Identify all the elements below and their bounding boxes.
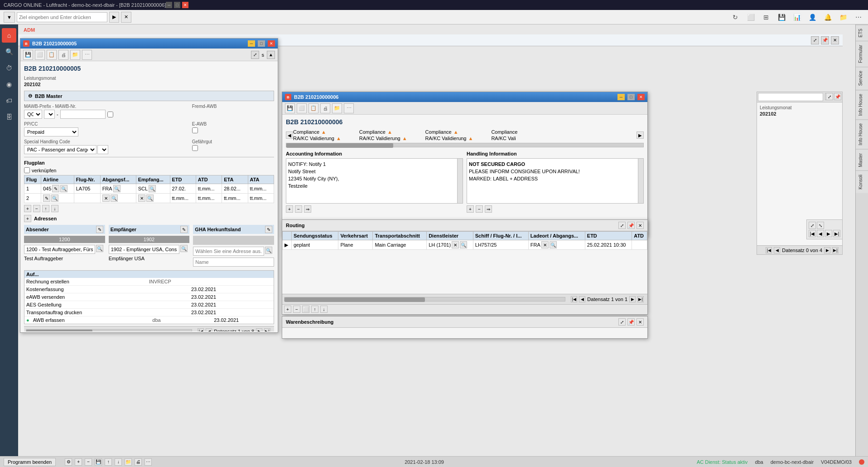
right-tab-info-house[interactable]: Info House [856, 90, 868, 119]
dropdown-toggle[interactable]: ▼ [4, 12, 15, 23]
routing-up-btn[interactable]: ↑ [311, 306, 318, 313]
status-add-btn[interactable]: + [75, 458, 82, 466]
sidebar-dot-icon[interactable]: ◉ [2, 77, 16, 92]
sidebar-clock-icon[interactable]: ⏱ [2, 61, 16, 75]
waren-close[interactable]: ✕ [637, 318, 644, 326]
flight-1-empfang-search[interactable]: 🔍 [149, 185, 156, 192]
flight-1-abgang-search[interactable]: 🔍 [113, 185, 121, 192]
sidebar-home-icon[interactable]: ⌂ [2, 28, 16, 43]
win2-tb-2[interactable]: ⬜ [297, 103, 307, 113]
routing-pin[interactable]: 📌 [627, 222, 635, 229]
nav-go-btn[interactable]: ▶ [109, 12, 119, 23]
adressen-add-btn[interactable]: + [24, 215, 31, 222]
save-icon[interactable]: 💾 [776, 11, 787, 23]
flight-2-abgang-search[interactable]: 🔍 [111, 195, 118, 202]
win1-expand[interactable]: ⤢ [251, 51, 259, 59]
routing-add-btn[interactable]: + [284, 306, 291, 313]
win2-tb-3[interactable]: 📋 [309, 103, 318, 113]
user-icon[interactable]: 👤 [806, 11, 818, 23]
acc-remove-btn[interactable]: − [295, 205, 302, 213]
accounting-textarea[interactable]: NOTIFY: Notify 1 Notify Street 12345 Not… [286, 158, 463, 204]
nav-last-btn[interactable]: ▶| [833, 230, 840, 237]
nav-input[interactable] [17, 12, 107, 22]
shc-extra-select[interactable] [97, 145, 108, 154]
absender-search-input[interactable] [24, 245, 95, 254]
win1-tb-save[interactable]: 💾 [23, 50, 33, 60]
nav-first-btn[interactable]: |◀ [809, 230, 816, 237]
nav-prev-btn[interactable]: ◀ [817, 230, 824, 237]
flight-remove-btn[interactable]: − [33, 205, 40, 212]
status-more-btn[interactable]: ⋯ [145, 458, 152, 466]
win1-maximize[interactable]: □ [258, 40, 265, 47]
status-settings-btn[interactable]: ⚙ [65, 458, 72, 466]
routing-expand[interactable]: ⤢ [618, 222, 626, 229]
flight-up-btn[interactable]: ↑ [42, 205, 49, 212]
close-panel-btn[interactable]: ✕ [831, 36, 839, 44]
win2-tb-1[interactable]: 💾 [285, 103, 295, 113]
status-print-btn[interactable]: 🖨 [135, 458, 142, 466]
sidebar-search-icon[interactable]: 🔍 [2, 44, 16, 59]
flight-add-btn[interactable]: + [24, 205, 31, 212]
ppcc-select[interactable]: Prepaid [24, 127, 78, 136]
routing-ladeort-clr[interactable]: ✕ [541, 241, 549, 248]
flight-2-empfang-search[interactable]: 🔍 [146, 195, 154, 202]
win1-tb-copy[interactable]: ⬜ [35, 50, 45, 60]
right-tab-master[interactable]: Master [856, 149, 868, 171]
routing-copy-btn[interactable]: ⬜ [302, 306, 309, 313]
verknuepfen-checkbox[interactable] [24, 167, 30, 173]
routing-pg-next[interactable]: ▶ [629, 296, 636, 302]
empfaenger-edit-btn[interactable]: ✎ [180, 226, 188, 233]
right-tab-info-house2[interactable]: Info House [856, 119, 868, 149]
acc-import-btn[interactable]: ⇒ [304, 205, 311, 213]
waren-expand[interactable]: ⤢ [618, 318, 626, 326]
win1-tb-print[interactable]: 🖨 [58, 50, 68, 60]
compliance-scroll-left[interactable]: ◀ [286, 131, 293, 139]
routing-dienst-search[interactable]: 🔍 [460, 241, 467, 248]
routing-pg-last[interactable]: ▶| [637, 296, 644, 302]
folder-icon[interactable]: 📁 [837, 11, 849, 23]
flight-down-btn[interactable]: ↓ [51, 205, 58, 212]
win2-close[interactable]: ✕ [637, 94, 645, 100]
routing-pg-prev[interactable]: ◀ [579, 296, 585, 302]
flight-1-edit[interactable]: ✎ [52, 185, 59, 192]
flight-2-abgang-clr[interactable]: ✕ [102, 195, 110, 202]
status-save-btn[interactable]: 💾 [95, 458, 102, 466]
nav-expand-btn[interactable]: ⤢ [809, 222, 816, 229]
win1-close[interactable]: ✕ [268, 40, 275, 47]
routing-hscroll[interactable] [284, 297, 565, 302]
right-pg-next[interactable]: ▶ [824, 247, 830, 253]
right-pg-first[interactable]: |◀ [766, 247, 772, 253]
routing-close[interactable]: ✕ [637, 222, 644, 229]
nav-expand2-btn[interactable]: ⤡ [817, 222, 824, 229]
win2-maximize[interactable]: □ [627, 94, 635, 100]
right-tab-konsoli[interactable]: Konsoli [856, 170, 868, 193]
gha-name-input[interactable] [193, 258, 274, 267]
flight-2-edit[interactable]: ✎ [43, 195, 50, 202]
restore-btn[interactable]: □ [174, 2, 180, 8]
right-pin-btn[interactable]: 📌 [834, 93, 841, 100]
nav-next-btn[interactable]: ▶ [825, 230, 832, 237]
flight-1-search[interactable]: 🔍 [60, 185, 68, 192]
close-btn[interactable]: ✕ [182, 2, 188, 8]
hand-remove-btn[interactable]: − [476, 205, 483, 213]
copy-icon[interactable]: ⬜ [745, 11, 757, 23]
mawb-type-select[interactable]: ✓ [44, 110, 55, 119]
right-pg-last[interactable]: ▶| [832, 247, 839, 253]
win1-up[interactable]: ▲ [267, 51, 275, 59]
chart-icon[interactable]: 📊 [791, 11, 803, 23]
bell-icon[interactable]: 🔔 [822, 11, 834, 23]
win2-tb-4[interactable]: 🖨 [320, 103, 330, 113]
gha-search-input[interactable] [193, 247, 264, 256]
pg-next[interactable]: ▶ [256, 328, 262, 331]
absender-edit-btn[interactable]: ✎ [96, 226, 103, 233]
shc-select[interactable]: PAC - Passenger and Cargo [24, 145, 96, 154]
right-tab-ets[interactable]: ETS [856, 24, 868, 41]
win2-hscroll[interactable] [286, 143, 644, 147]
routing-down-btn[interactable]: ↓ [320, 306, 328, 313]
pg-last[interactable]: ▶| [264, 328, 270, 331]
empfaenger-search-input[interactable] [109, 245, 180, 254]
hand-import-btn[interactable]: ⇒ [485, 205, 492, 213]
hand-scrollbar[interactable] [638, 159, 643, 203]
status-folder-btn[interactable]: 📁 [125, 458, 132, 466]
flight-2-empfang-clr[interactable]: ✕ [138, 195, 145, 202]
